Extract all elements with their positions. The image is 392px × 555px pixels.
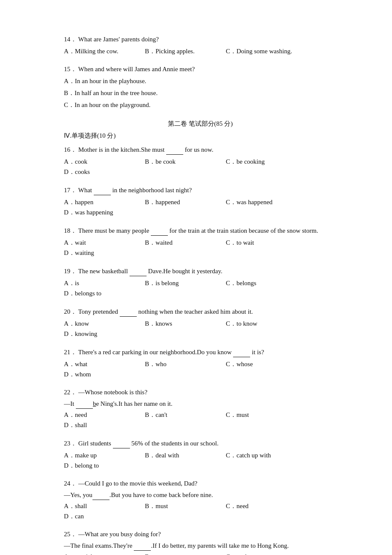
option-19c: C．belongs [226,278,294,288]
option-15c: C．In an hour on the playground. [64,100,337,110]
option-18d: D．waiting [64,248,132,258]
option-20d: D．knowing [64,329,132,339]
question-20-options: A．know B．knows C．to know D．knowing [64,318,337,339]
question-25-dialog2: —The final exams.They're .If I do better… [64,540,337,551]
option-14a: A．Milking the cow. [64,46,132,56]
option-23c: C．catch up with [226,450,294,460]
question-16-options: A．cook B．be cook C．be cooking D．cooks [64,156,337,177]
question-14: 14． What are James' parents doing? A．Mil… [64,34,337,56]
question-25: 25． —What are you busy doing for? —The f… [64,529,337,555]
question-24-dialog2: —Yes, you .But you have to come back bef… [64,489,337,500]
option-20b: B．knows [145,318,213,329]
question-23-text: 23． Girl students 56% of the students in… [64,438,337,448]
option-25c: C．useless [226,552,294,555]
question-23: 23． Girl students 56% of the students in… [64,438,337,471]
question-20-text: 20． Tony pretended nothing when the teac… [64,306,337,317]
section2-sub: Ⅳ.单项选择(10 分) [64,130,337,141]
question-22: 22． —Whose notebook is this? —It be Ning… [64,387,337,430]
question-24: 24． —Could I go to the movie this weeken… [64,478,337,521]
section2-title: 第二卷 笔试部分(85 分) [64,119,337,129]
option-20a: A．know [64,318,132,329]
question-22-dialog2: —It be Ning's.It has her name on it. [64,398,337,409]
question-24-dialog1: 24． —Could I go to the movie this weeken… [64,478,337,489]
option-15b: B．In half an hour in the tree house. [64,88,337,98]
option-24b: B．must [145,501,213,511]
option-18a: A．wait [64,237,132,248]
question-15: 15． When and where will James and Annie … [64,64,337,110]
question-17: 17． What in the neighborhood last night?… [64,185,337,217]
option-18b: B．waited [145,237,213,248]
question-23-options: A．make up B．deal with C．catch up with D．… [64,450,337,471]
option-21c: C．whose [226,359,294,369]
option-22b: B．can't [145,410,213,420]
option-16a: A．cook [64,156,132,167]
option-14c: C．Doing some washing. [226,46,294,56]
question-18-text: 18． There must be many people for the tr… [64,225,337,236]
option-21a: A．what [64,359,132,369]
question-21-options: A．what B．who C．whose D．whom [64,359,337,379]
question-19-text: 19． The new basketball Dave.He bought it… [64,266,337,276]
option-16d: D．cooks [64,167,132,177]
option-24c: C．need [226,501,294,511]
option-24a: A．shall [64,501,132,511]
option-18c: C．to wait [226,237,294,248]
option-17b: B．happened [145,197,213,207]
question-20: 20． Tony pretended nothing when the teac… [64,306,337,339]
option-24d: D．can [64,511,132,521]
question-18: 18． There must be many people for the tr… [64,225,337,258]
question-17-options: A．happen B．happened C．was happened D．was… [64,197,337,217]
question-24-options: A．shall B．must C．need D．can [64,501,337,521]
question-25-dialog1: 25． —What are you busy doing for? [64,529,337,539]
option-15a: A．In an hour in the playhouse. [64,76,337,86]
question-25-options: A．crucial B．easy C．useless D．final [64,552,337,555]
option-25b: B．easy [145,552,213,555]
option-21b: B．who [145,359,213,369]
question-15-text: 15． When and where will James and Annie … [64,64,337,74]
option-21d: D．whom [64,369,132,379]
option-22a: A．need [64,410,132,420]
option-19b: B．is belong [145,278,213,288]
question-14-text: 14． What are James' parents doing? [64,34,337,44]
option-22d: D．shall [64,420,132,430]
option-16b: B．be cook [145,156,213,167]
question-16-text: 16． Mother is in the kitchen.She must fo… [64,144,337,155]
option-23a: A．make up [64,450,132,460]
question-19-options: A．is B．is belong C．belongs D．belongs to [64,278,337,298]
question-22-dialog1: 22． —Whose notebook is this? [64,387,337,397]
option-25a: A．crucial [64,552,132,555]
option-22c: C．must [226,410,294,420]
option-23b: B．deal with [145,450,213,460]
option-17a: A．happen [64,197,132,207]
option-17c: C．was happened [226,197,294,207]
option-14b: B．Picking apples. [145,46,213,56]
option-23d: D．belong to [64,460,132,471]
option-19a: A．is [64,278,132,288]
option-19d: D．belongs to [64,288,132,298]
question-19: 19． The new basketball Dave.He bought it… [64,266,337,298]
question-21: 21． There's a red car parking in our nei… [64,347,337,379]
option-16c: C．be cooking [226,156,294,167]
option-20c: C．to know [226,318,294,329]
question-17-text: 17． What in the neighborhood last night? [64,185,337,195]
question-14-options: A．Milking the cow. B．Picking apples. C．D… [64,46,337,56]
question-18-options: A．wait B．waited C．to wait D．waiting [64,237,337,258]
option-17d: D．was happening [64,207,132,217]
question-22-options: A．need B．can't C．must D．shall [64,410,337,430]
question-16: 16． Mother is in the kitchen.She must fo… [64,144,337,177]
question-21-text: 21． There's a red car parking in our nei… [64,347,337,357]
